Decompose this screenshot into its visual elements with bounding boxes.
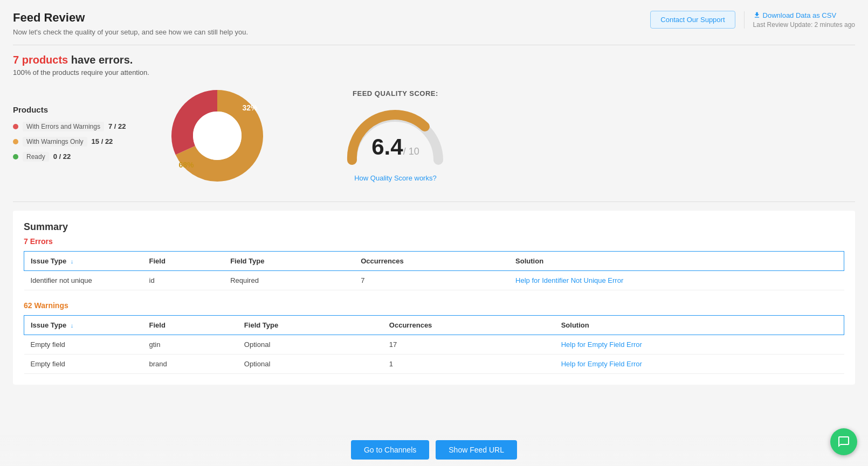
- warning-field-1: gtin: [143, 335, 238, 354]
- legend-value-warnings: 15 / 22: [92, 137, 113, 145]
- legend-value-ready: 0 / 22: [53, 152, 71, 161]
- last-review-text: Last Review Update: 2 minutes ago: [753, 21, 855, 29]
- products-legend: Products With Errors and Warnings 7 / 22…: [13, 105, 126, 167]
- errors-col-field-type: Field Type: [224, 252, 354, 271]
- quality-score-link[interactable]: How Quality Score works?: [354, 174, 436, 182]
- header-divider: [13, 45, 855, 45]
- summary-section: Summary 7 Errors Issue Type ↓ Field Fiel…: [13, 211, 855, 385]
- errors-table: Issue Type ↓ Field Field Type Occurrence…: [24, 251, 844, 290]
- page-subtitle: Now let's check the quality of your setu…: [13, 28, 248, 36]
- warning-solution-1: Help for Empty Field Error: [555, 335, 844, 354]
- table-row: Empty field gtin Optional 17 Help for Em…: [24, 335, 844, 354]
- errors-col-solution: Solution: [509, 252, 844, 271]
- warning-field-type-1: Optional: [238, 335, 383, 354]
- download-icon: [753, 11, 761, 19]
- errors-table-body: Identifier not unique id Required 7 Help…: [24, 271, 844, 290]
- warning-issue-type-2: Empty field: [24, 354, 143, 374]
- error-count: 7 products: [13, 54, 68, 66]
- error-occurrences: 7: [354, 271, 509, 290]
- warning-field-type-2: Optional: [238, 354, 383, 374]
- error-text: have errors.: [68, 54, 133, 66]
- download-csv-link[interactable]: Download Data as CSV: [753, 11, 855, 19]
- go-to-channels-button[interactable]: Go to Channels: [351, 440, 429, 460]
- errors-col-field: Field: [143, 252, 224, 271]
- error-issue-type: Identifier not unique: [24, 271, 143, 290]
- error-count-heading: 7 products have errors.: [13, 54, 855, 66]
- legend-dot-ready: [13, 154, 18, 159]
- gauge-chart: 6.4/ 10: [341, 106, 449, 165]
- gauge-score: 6.4/ 10: [371, 134, 419, 160]
- error-field: id: [143, 271, 224, 290]
- error-solution-link[interactable]: Help for Identifier Not Unique Error: [515, 276, 623, 284]
- chat-icon: [837, 435, 850, 448]
- errors-table-head: Issue Type ↓ Field Field Type Occurrence…: [24, 252, 844, 271]
- warning-solution-link-2[interactable]: Help for Empty Field Error: [561, 360, 642, 368]
- warnings-col-solution: Solution: [555, 316, 844, 335]
- warnings-label: 62 Warnings: [24, 301, 844, 310]
- error-detail: 100% of the products require your attent…: [13, 68, 855, 76]
- errors-table-header-row: Issue Type ↓ Field Field Type Occurrence…: [24, 252, 844, 271]
- error-field-type: Required: [224, 271, 354, 290]
- summary-title: Summary: [24, 221, 844, 233]
- warnings-table: Issue Type ↓ Field Field Type Occurrence…: [24, 315, 844, 374]
- warnings-table-body: Empty field gtin Optional 17 Help for Em…: [24, 335, 844, 374]
- legend-label-warnings: With Warnings Only: [23, 137, 87, 147]
- bottom-buttons: Go to Channels Show Feed URL: [0, 434, 868, 466]
- warnings-col-occurrences: Occurrences: [383, 316, 555, 335]
- donut-label-32: 32%: [242, 103, 257, 112]
- error-banner: 7 products have errors. 100% of the prod…: [13, 54, 855, 76]
- table-row: Identifier not unique id Required 7 Help…: [24, 271, 844, 290]
- warning-occurrences-2: 1: [383, 354, 555, 374]
- warning-solution-link-1[interactable]: Help for Empty Field Error: [561, 340, 642, 349]
- sort-icon-errors: ↓: [71, 258, 74, 265]
- warnings-col-issue-type[interactable]: Issue Type ↓: [24, 316, 143, 335]
- svg-point-2: [193, 112, 242, 160]
- error-solution: Help for Identifier Not Unique Error: [509, 271, 844, 290]
- header-left: Feed Review Now let's check the quality …: [13, 11, 248, 36]
- contact-support-button[interactable]: Contact Our Support: [650, 11, 735, 29]
- legend-dot-errors: [13, 124, 18, 129]
- warning-field-2: brand: [143, 354, 238, 374]
- warning-occurrences-1: 17: [383, 335, 555, 354]
- gauge-score-value: 6.4: [371, 134, 403, 159]
- chat-bubble-button[interactable]: [830, 428, 857, 455]
- products-title: Products: [13, 105, 126, 114]
- warnings-table-header-row: Issue Type ↓ Field Field Type Occurrence…: [24, 316, 844, 335]
- sort-icon-warnings: ↓: [71, 322, 74, 329]
- header-right: Contact Our Support Download Data as CSV…: [650, 11, 855, 29]
- legend-errors-warnings: With Errors and Warnings 7 / 22: [13, 122, 126, 131]
- legend-warnings-only: With Warnings Only 15 / 22: [13, 137, 126, 147]
- quality-score-title: FEED QUALITY SCORE:: [353, 89, 438, 98]
- errors-col-issue-type[interactable]: Issue Type ↓: [24, 252, 143, 271]
- errors-label: 7 Errors: [24, 237, 844, 246]
- legend-dot-warnings: [13, 139, 18, 144]
- warning-solution-2: Help for Empty Field Error: [555, 354, 844, 374]
- section-divider: [13, 201, 855, 202]
- gauge-out-of: / 10: [403, 146, 419, 157]
- page-header: Feed Review Now let's check the quality …: [13, 11, 855, 36]
- legend-label-errors: With Errors and Warnings: [23, 122, 104, 131]
- warnings-col-field: Field: [143, 316, 238, 335]
- quality-score-section: FEED QUALITY SCORE: 6.4/ 10 How Quality …: [341, 89, 449, 182]
- warnings-table-head: Issue Type ↓ Field Field Type Occurrence…: [24, 316, 844, 335]
- donut-chart: 68% 32%: [169, 87, 266, 184]
- page-title: Feed Review: [13, 11, 248, 25]
- warnings-col-field-type: Field Type: [238, 316, 383, 335]
- legend-label-ready: Ready: [23, 152, 49, 162]
- warning-issue-type-1: Empty field: [24, 335, 143, 354]
- show-feed-url-button[interactable]: Show Feed URL: [436, 440, 517, 460]
- errors-col-occurrences: Occurrences: [354, 252, 509, 271]
- legend-ready: Ready 0 / 22: [13, 152, 126, 162]
- charts-section: Products With Errors and Warnings 7 / 22…: [13, 87, 855, 184]
- download-section: Download Data as CSV Last Review Update:…: [744, 11, 855, 29]
- table-row: Empty field brand Optional 1 Help for Em…: [24, 354, 844, 374]
- donut-label-68: 68%: [178, 161, 194, 169]
- legend-value-errors: 7 / 22: [108, 122, 126, 130]
